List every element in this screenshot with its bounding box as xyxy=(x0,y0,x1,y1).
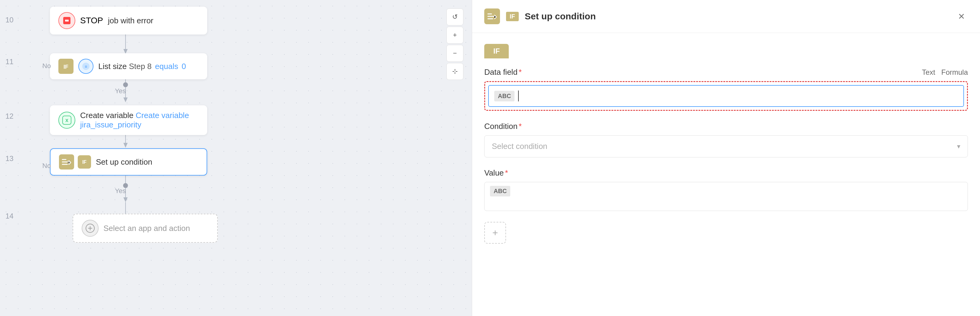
abc-badge-value: ABC xyxy=(490,186,510,196)
set-condition-icon xyxy=(59,154,74,169)
panel-if-badge: IF xyxy=(506,12,519,21)
value-section: Value* ABC xyxy=(484,168,968,211)
condition-panel: IF Set up condition ✕ IF Data field* Tex… xyxy=(472,0,980,316)
data-field-container[interactable]: ABC xyxy=(484,81,968,111)
value-required: * xyxy=(505,168,508,177)
yes-label-11: Yes xyxy=(115,87,126,95)
condition-header: Condition* xyxy=(484,122,968,131)
add-branch-button[interactable]: + xyxy=(484,222,506,244)
line-number-12: 12 xyxy=(5,112,14,120)
data-field-label: Data field* xyxy=(484,67,522,77)
required-marker: * xyxy=(519,67,522,77)
node-set-condition[interactable]: IF Set up condition xyxy=(50,148,207,176)
zoom-in-btn[interactable]: + xyxy=(447,27,463,43)
node-create-var[interactable]: x Create variable Create variable jira_i… xyxy=(50,105,207,135)
svg-text:IF: IF xyxy=(82,160,86,164)
if-tab-bar: IF xyxy=(484,44,968,58)
value-header: Value* xyxy=(484,168,968,178)
data-field-options: Text Formula xyxy=(922,68,968,77)
if-icon-11: IF xyxy=(58,59,73,74)
close-button[interactable]: ✕ xyxy=(955,10,968,23)
svg-marker-6 xyxy=(123,97,128,102)
condition-section: Condition* Select condition ▾ xyxy=(484,122,968,157)
svg-marker-13 xyxy=(123,197,128,202)
list-size-icon: ≡ xyxy=(78,59,94,74)
line-number-10: 10 xyxy=(5,16,14,24)
condition-placeholder: Select condition xyxy=(492,142,547,151)
condition-required: * xyxy=(519,122,522,131)
panel-title: Set up condition xyxy=(525,11,948,21)
data-field-input[interactable]: ABC xyxy=(488,85,964,107)
panel-body: IF Data field* Text Formula ABC xyxy=(472,33,980,316)
fit-btn[interactable]: ⊹ xyxy=(447,63,463,80)
data-field-header: Data field* Text Formula xyxy=(484,67,968,77)
node-13-label: Set up condition xyxy=(96,157,152,167)
stop-icon xyxy=(58,12,75,29)
svg-text:x: x xyxy=(65,117,68,123)
if-tab[interactable]: IF xyxy=(484,44,509,58)
no-label-13: No xyxy=(42,162,51,170)
svg-point-4 xyxy=(123,82,128,87)
svg-text:IF: IF xyxy=(64,64,68,70)
line-number-13: 13 xyxy=(5,154,14,163)
yes-label-13: Yes xyxy=(115,187,126,195)
stop-badge: STOP xyxy=(80,16,103,26)
panel-header: IF Set up condition ✕ xyxy=(472,0,980,33)
formula-option[interactable]: Formula xyxy=(941,68,968,77)
if-badge-13: IF xyxy=(78,155,91,169)
reset-btn[interactable]: ↺ xyxy=(447,8,463,26)
data-field-section: Data field* Text Formula ABC xyxy=(484,67,968,111)
svg-marker-9 xyxy=(123,143,128,148)
create-var-icon: x xyxy=(58,112,75,129)
text-option[interactable]: Text xyxy=(922,68,935,77)
condition-dropdown[interactable]: Select condition ▾ xyxy=(484,135,968,157)
panel-header-icon xyxy=(484,8,500,24)
select-action-icon xyxy=(82,220,99,237)
svg-text:≡: ≡ xyxy=(85,64,87,69)
add-branch-section: + xyxy=(484,222,968,244)
text-cursor xyxy=(518,91,519,101)
canvas-toolbar: ↺ + − ⊹ xyxy=(447,8,463,80)
svg-rect-17 xyxy=(65,20,68,21)
node-14-label: Select an app and action xyxy=(103,224,190,233)
abc-badge-data: ABC xyxy=(494,91,514,101)
line-number-14: 14 xyxy=(5,212,14,220)
no-label-11: No xyxy=(42,62,51,70)
node-select-action[interactable]: Select an app and action xyxy=(73,214,218,243)
node-11-label: List size Step 8 equals 0 xyxy=(98,62,186,71)
zoom-out-btn[interactable]: − xyxy=(447,45,463,62)
node-stop[interactable]: STOP job with error xyxy=(50,6,207,35)
condition-label: Condition* xyxy=(484,122,522,131)
line-number-11: 11 xyxy=(5,57,14,66)
value-input[interactable]: ABC xyxy=(484,182,968,211)
value-label: Value* xyxy=(484,168,508,178)
node-12-label: Create variable Create variable jira_iss… xyxy=(80,111,199,129)
workflow-canvas: 10 11 12 13 14 STOP job with error IF ≡ xyxy=(0,0,472,316)
node-10-label: job with error xyxy=(108,16,153,26)
chevron-down-icon: ▾ xyxy=(957,142,960,150)
node-if-11[interactable]: IF ≡ List size Step 8 equals 0 xyxy=(50,53,207,79)
